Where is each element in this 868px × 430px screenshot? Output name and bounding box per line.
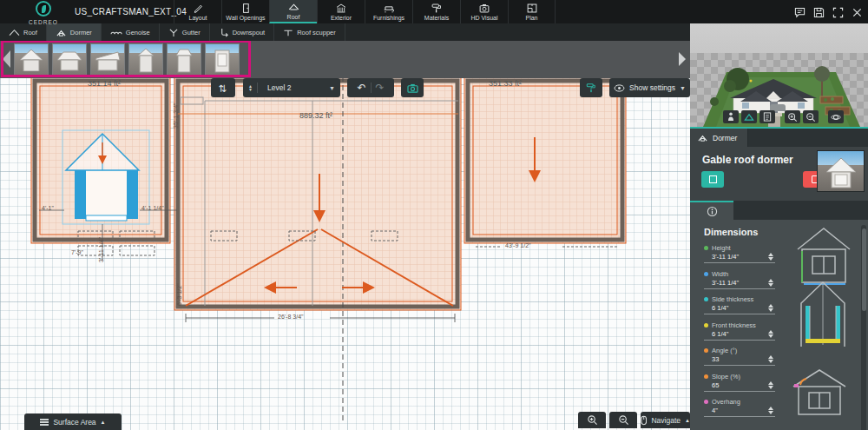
preview-zoom-in-button[interactable]	[785, 110, 800, 123]
front-thickness-color-dot	[704, 323, 708, 327]
roof-tool-icon	[9, 28, 20, 37]
field-width: Width 3'-11 1/4"	[704, 270, 775, 289]
angle-color-dot	[704, 348, 708, 353]
aerial-view-button[interactable]	[741, 110, 757, 123]
stepper-icon[interactable]	[768, 253, 775, 261]
scrollbar-thumb[interactable]	[862, 228, 866, 311]
tool-dormer[interactable]: Dormer	[47, 23, 102, 41]
info-tab[interactable]	[690, 201, 733, 220]
navigate-button[interactable]: Navigate ▲	[641, 412, 690, 428]
main-tabs: Layout Wall Openings Roof Exterior Furni…	[174, 0, 556, 23]
thumbnail-gable-roof-dormer[interactable]	[14, 43, 49, 76]
redo-button[interactable]: ↷	[376, 82, 385, 94]
surface-area-button[interactable]: Surface Area ▲	[24, 413, 122, 430]
walkthrough-view-button[interactable]	[723, 110, 739, 123]
tool-genoise[interactable]: Genoise	[102, 23, 160, 41]
chevron-up-icon: ▲	[101, 420, 106, 425]
overhang-input[interactable]: 4"	[704, 406, 775, 417]
duplicate-button[interactable]	[701, 171, 724, 188]
tab-roof[interactable]: Roof	[269, 0, 317, 23]
width-label: Width	[712, 270, 728, 278]
level-swap-button[interactable]: ⇄	[211, 78, 235, 97]
zoom-out-button[interactable]	[609, 412, 637, 428]
roof-scupper-tool-icon	[283, 28, 293, 37]
thumbnail-gable-wall-dormer[interactable]	[128, 43, 163, 76]
tool-roof[interactable]: Roof	[0, 23, 47, 41]
cedreo-logo[interactable]: CEDREO	[23, 1, 64, 25]
width-input[interactable]: 3'-11 1/4"	[704, 278, 775, 289]
chevron-down-icon: ▼	[680, 85, 686, 91]
tab-materials[interactable]: Materials	[412, 0, 460, 23]
tab-exterior[interactable]: Exterior	[317, 0, 365, 23]
chevron-down-icon: ▼	[329, 85, 335, 91]
swap-levels-icon: ⇄	[218, 83, 229, 91]
slope-input[interactable]: 65	[704, 380, 775, 392]
save-icon[interactable]	[813, 6, 825, 17]
stepper-icon[interactable]	[768, 355, 775, 363]
overhang-label: Overhang	[712, 398, 740, 406]
thumbnail-hip-wall-dormer[interactable]	[167, 43, 201, 76]
roof-icon	[287, 2, 300, 13]
tool-roof-scupper[interactable]: Roof scupper	[274, 23, 345, 41]
side-thickness-color-dot	[704, 297, 708, 301]
cedreo-app: 351.14 ft² 889.32 ft² 351.33 ft² 35'-1 3…	[0, 0, 868, 430]
tab-plan[interactable]: Plan	[508, 0, 556, 23]
thumbnail-flat-roof-wall-dormer[interactable]	[205, 43, 240, 76]
preview-toolbar	[723, 110, 844, 123]
stepper-icon[interactable]	[768, 381, 775, 389]
comment-icon[interactable]	[794, 6, 806, 17]
thumbnail-hip-roof-dormer[interactable]	[52, 43, 87, 76]
stepper-icon[interactable]	[768, 407, 775, 414]
tool-downspout[interactable]: Downspout	[210, 23, 275, 41]
dim-dormer-left: 4'-1"	[42, 205, 54, 211]
duplicate-icon	[709, 175, 717, 183]
gallery-prev-arrow[interactable]	[3, 50, 10, 68]
stepper-icon[interactable]	[768, 304, 775, 312]
window-controls	[794, 6, 863, 17]
person-icon	[727, 112, 734, 122]
thickness-diagram	[794, 277, 852, 350]
sofa-icon	[383, 3, 395, 14]
tab-hd-visual[interactable]: HD Visual	[460, 0, 508, 23]
fullscreen-icon[interactable]	[832, 6, 844, 17]
dim-left-height: 35'-1 3/4"	[173, 103, 179, 129]
level-stepper-icon[interactable]: ▲▼	[248, 84, 253, 91]
angle-input[interactable]: 33	[704, 354, 775, 366]
dim-dormer-width: 3'-11 1/4"	[98, 237, 104, 262]
properties-panel: Dormer Gable roof dormer Dimensions Heig…	[690, 127, 868, 430]
dim-right-bottom: 43'-9 1/2"	[505, 242, 531, 248]
zoom-in-button[interactable]	[578, 412, 606, 428]
height-input[interactable]: 3'-11 1/4"	[704, 252, 775, 263]
area-label-right: 351.33 ft²	[489, 79, 522, 88]
panel-scrollbar[interactable]	[861, 225, 866, 430]
preview-3d-viewport[interactable]	[690, 23, 868, 127]
apply-material-button[interactable]	[580, 78, 602, 97]
close-icon[interactable]	[852, 6, 863, 17]
roof-section-right[interactable]	[464, 77, 626, 243]
gutter-tool-icon	[168, 28, 179, 37]
panel-tab-dormer[interactable]: Dormer	[690, 129, 748, 147]
mouse-icon	[641, 415, 647, 426]
front-thickness-label: Front thickness	[712, 321, 756, 329]
tab-layout[interactable]: Layout	[174, 0, 221, 23]
preview-zoom-out-button[interactable]	[803, 110, 819, 123]
plan-view-button[interactable]	[760, 110, 775, 123]
show-settings-button[interactable]: Show settings ▼	[609, 78, 690, 97]
dormer-gallery-strip	[0, 41, 690, 78]
tool-gutter[interactable]: Gutter	[160, 23, 210, 41]
tab-furnishings[interactable]: Furnishings	[365, 0, 412, 23]
height-color-dot	[704, 246, 708, 250]
stepper-icon[interactable]	[768, 330, 775, 338]
field-height: Height 3'-11 1/4"	[704, 244, 775, 263]
panel-tab-label: Dormer	[713, 134, 737, 142]
tab-wall-openings[interactable]: Wall Openings	[221, 0, 269, 23]
screenshot-button[interactable]	[401, 78, 424, 97]
gallery-next-arrow[interactable]	[679, 52, 686, 66]
side-thickness-input[interactable]: 6 1/4"	[704, 303, 775, 314]
undo-button[interactable]: ↶	[357, 82, 365, 94]
stepper-icon[interactable]	[768, 279, 775, 287]
front-thickness-input[interactable]: 6 1/4"	[704, 329, 775, 341]
orbit-view-button[interactable]	[828, 110, 844, 123]
thumbnail-shed-roof-dormer[interactable]	[90, 43, 125, 76]
level-selector[interactable]: ▲▼ Level 2 ▼	[243, 78, 340, 97]
